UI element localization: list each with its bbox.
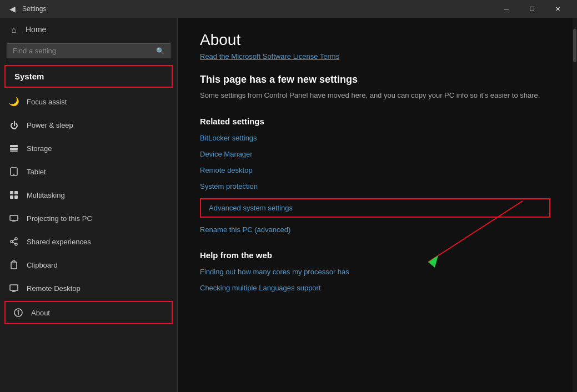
focus-assist-icon: 🌙 [9,97,19,107]
about-label: About [31,309,50,317]
search-box[interactable]: 🔍 [7,43,170,58]
home-icon: ⌂ [9,24,19,34]
sidebar-item-multitasking[interactable]: Multitasking [0,183,177,207]
shared-label: Shared experiences [27,238,91,246]
back-icon: ◀ [9,4,16,13]
clipboard-icon [9,260,19,270]
license-link[interactable]: Read the Microsoft Software License Term… [200,52,550,61]
search-icon: 🔍 [156,47,164,55]
sidebar-item-about[interactable]: About [4,301,173,324]
device-manager-link[interactable]: Device Manager [200,150,550,158]
storage-icon [9,143,19,153]
page-title: About [200,31,550,49]
window-controls: ─ ☐ ✕ [494,0,570,18]
processor-cores-link[interactable]: Finding out how many cores my processor … [200,268,550,276]
maximize-icon: ☐ [529,6,535,13]
svg-point-23 [18,310,19,311]
about-icon [13,308,23,318]
related-settings-title: Related settings [200,117,550,126]
svg-rect-8 [14,195,18,199]
svg-rect-0 [10,145,18,147]
advanced-system-link[interactable]: Advanced system settings [200,198,550,218]
svg-line-15 [13,239,15,241]
svg-rect-18 [10,285,18,290]
svg-rect-9 [10,215,18,220]
sidebar-item-clipboard[interactable]: Clipboard [0,253,177,277]
svg-rect-2 [10,150,18,152]
help-section-title: Help from the web [200,250,550,260]
svg-rect-7 [10,195,13,199]
close-icon: ✕ [555,6,560,13]
sidebar-item-system[interactable]: System [4,65,173,88]
banner-desc: Some settings from Control Panel have mo… [200,90,550,101]
help-links: Finding out how many cores my processor … [200,268,550,292]
svg-point-4 [13,174,14,175]
remote-desktop-label: Remote Desktop [27,284,81,293]
svg-rect-5 [10,191,13,194]
svg-rect-1 [10,148,18,150]
sidebar-item-projecting[interactable]: Projecting to this PC [0,207,177,230]
sidebar-item-remote-desktop[interactable]: Remote Desktop [0,277,177,300]
shared-icon [9,237,19,247]
projecting-icon [9,213,19,223]
tablet-icon [9,167,19,177]
app-title: Settings [22,5,494,13]
sidebar-item-storage[interactable]: Storage [0,137,177,160]
power-sleep-label: Power & sleep [27,121,73,129]
power-sleep-icon: ⏻ [9,120,19,130]
svg-rect-17 [11,262,17,269]
bitlocker-link[interactable]: BitLocker settings [200,134,550,142]
projecting-label: Projecting to this PC [27,214,92,223]
languages-link[interactable]: Checking multiple Languages support [200,284,550,292]
close-button[interactable]: ✕ [545,0,570,18]
rename-pc-link[interactable]: Rename this PC (advanced) [200,225,550,234]
titlebar: ◀ Settings ─ ☐ ✕ [0,0,577,18]
related-settings-links: BitLocker settings Device Manager Remote… [200,134,550,234]
svg-line-16 [13,242,15,244]
scrollbar-track[interactable] [573,18,577,392]
help-section: Help from the web Finding out how many c… [200,250,550,292]
svg-point-12 [15,238,17,240]
banner: This page has a few new settings Some se… [200,74,550,101]
sidebar-item-power-sleep[interactable]: ⏻ Power & sleep [0,113,177,137]
sidebar: ⌂ Home 🔍 System 🌙 Focus assist ⏻ Power &… [0,18,178,392]
tablet-label: Tablet [27,168,46,176]
svg-rect-6 [14,191,18,194]
multitasking-icon [9,190,19,200]
clipboard-label: Clipboard [27,261,58,269]
svg-point-14 [15,243,17,245]
multitasking-label: Multitasking [27,191,65,199]
scrollbar-thumb[interactable] [573,29,576,62]
back-button[interactable]: ◀ [7,3,18,14]
sidebar-item-home[interactable]: ⌂ Home [0,18,177,41]
main-layout: ⌂ Home 🔍 System 🌙 Focus assist ⏻ Power &… [0,18,577,392]
maximize-button[interactable]: ☐ [519,0,545,18]
content-area: About Read the Microsoft Software Licens… [178,18,573,392]
focus-assist-label: Focus assist [27,98,67,106]
banner-title: This page has a few new settings [200,74,550,86]
minimize-icon: ─ [504,6,509,12]
svg-point-13 [11,240,13,243]
sidebar-item-tablet[interactable]: Tablet [0,160,177,183]
system-label: System [14,72,44,81]
remote-desktop-icon [9,283,19,293]
search-input[interactable] [13,47,152,55]
remote-desktop-link[interactable]: Remote desktop [200,166,550,174]
home-label: Home [26,25,46,34]
system-protection-link[interactable]: System protection [200,182,550,190]
minimize-button[interactable]: ─ [494,0,519,18]
sidebar-item-focus-assist[interactable]: 🌙 Focus assist [0,90,177,113]
sidebar-item-shared[interactable]: Shared experiences [0,230,177,253]
storage-label: Storage [27,144,52,153]
